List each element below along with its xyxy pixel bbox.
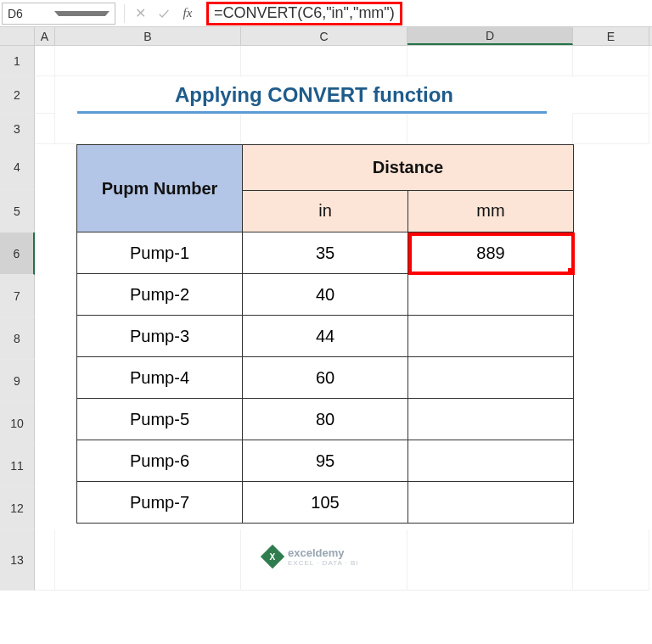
cell-mm[interactable] <box>408 399 574 440</box>
cell-A2[interactable] <box>35 76 55 114</box>
cell-pump[interactable]: Pump-1 <box>77 232 243 274</box>
cell-B13[interactable] <box>55 529 241 591</box>
sheet-title[interactable]: Applying CONVERT function <box>55 76 573 114</box>
cell-C3[interactable] <box>241 114 408 144</box>
cell-B3[interactable] <box>55 114 241 144</box>
fx-label: fx <box>183 6 193 20</box>
column-headers: A B C D E <box>0 27 652 46</box>
row-headers: 1 2 3 4 5 6 7 8 9 10 11 12 13 <box>0 46 35 591</box>
exceldemy-logo-icon: X <box>261 545 284 568</box>
cell-mm[interactable] <box>408 274 574 316</box>
cell-in[interactable]: 40 <box>243 274 408 316</box>
formula-input[interactable]: =CONVERT(C6,"in","mm") <box>200 2 652 25</box>
watermark-name: exceldemy <box>288 546 359 559</box>
column-header-E[interactable]: E <box>573 27 649 45</box>
header-pump-number[interactable]: Pupm Number <box>77 145 243 232</box>
spreadsheet-grid: 1 2 3 4 5 6 7 8 9 10 11 12 13 Applying C… <box>0 46 652 591</box>
table-row: Pump-4 60 <box>77 357 574 399</box>
cell-E13[interactable] <box>573 529 649 591</box>
row-header-12[interactable]: 12 <box>0 487 35 529</box>
cell-A3[interactable] <box>35 114 55 144</box>
cell-in[interactable]: 80 <box>243 399 408 440</box>
title-text: Applying CONVERT function <box>175 83 453 107</box>
cell-E3[interactable] <box>573 114 649 144</box>
data-table: Pupm Number Distance in mm Pump-1 35 <box>76 144 574 524</box>
cell-in[interactable]: 44 <box>243 316 408 357</box>
row-header-4[interactable]: 4 <box>0 144 35 190</box>
cell-pump[interactable]: Pump-7 <box>77 482 243 524</box>
row-header-5[interactable]: 5 <box>0 190 35 232</box>
row-header-3[interactable]: 3 <box>0 114 35 144</box>
column-header-A[interactable]: A <box>35 27 55 45</box>
cell-A13[interactable] <box>35 529 55 591</box>
row-header-1[interactable]: 1 <box>0 46 35 76</box>
row-header-11[interactable]: 11 <box>0 445 35 487</box>
cell-pump[interactable]: Pump-5 <box>77 399 243 440</box>
cell-D3[interactable] <box>408 114 573 144</box>
cells-area: Applying CONVERT function Pupm Number <box>35 46 652 591</box>
confirm-formula-button[interactable] <box>152 3 176 25</box>
column-header-C[interactable]: C <box>241 27 408 45</box>
row-header-2[interactable]: 2 <box>0 76 35 114</box>
select-all-corner[interactable] <box>0 27 35 45</box>
cell-E1[interactable] <box>573 46 649 76</box>
cell-in[interactable]: 35 <box>243 232 408 274</box>
cell-A1[interactable] <box>35 46 55 76</box>
cell-in[interactable]: 60 <box>243 357 408 399</box>
cell-pump[interactable]: Pump-6 <box>77 440 243 482</box>
cell-mm[interactable] <box>408 357 574 399</box>
cell-mm[interactable] <box>408 482 574 524</box>
cell-pump[interactable]: Pump-2 <box>77 274 243 316</box>
cell-mm-active[interactable]: 889 <box>408 232 574 274</box>
name-box[interactable]: D6 <box>2 3 115 25</box>
formula-text: =CONVERT(C6,"in","mm") <box>214 4 395 22</box>
cell-pump[interactable]: Pump-3 <box>77 316 243 357</box>
row-header-13[interactable]: 13 <box>0 529 35 591</box>
header-in[interactable]: in <box>243 190 408 232</box>
header-mm[interactable]: mm <box>408 190 574 232</box>
chevron-down-icon[interactable] <box>54 11 110 16</box>
cell-mm[interactable] <box>408 316 574 357</box>
formula-highlight: =CONVERT(C6,"in","mm") <box>206 2 402 25</box>
data-table-wrap: Pupm Number Distance in mm Pump-1 35 <box>76 144 574 524</box>
cell-B1[interactable] <box>55 46 241 76</box>
row-header-6[interactable]: 6 <box>0 232 35 275</box>
row-header-8[interactable]: 8 <box>0 317 35 360</box>
cell-mm[interactable] <box>408 440 574 482</box>
table-row: Pump-6 95 <box>77 440 574 482</box>
cell-E2[interactable] <box>573 76 649 114</box>
table-row: Pump-2 40 <box>77 274 574 316</box>
cell-C1[interactable] <box>241 46 408 76</box>
row-header-9[interactable]: 9 <box>0 360 35 402</box>
cell-D13[interactable] <box>408 529 573 591</box>
cell-in[interactable]: 105 <box>243 482 408 524</box>
cancel-formula-button[interactable]: ✕ <box>128 3 152 25</box>
insert-function-button[interactable]: fx <box>176 3 200 25</box>
watermark: X exceldemy EXCEL · DATA · BI <box>264 546 359 567</box>
table-row: Pump-3 44 <box>77 316 574 357</box>
row-header-7[interactable]: 7 <box>0 275 35 317</box>
name-box-value: D6 <box>8 7 54 20</box>
column-header-D[interactable]: D <box>408 27 573 45</box>
table-row: Pump-5 80 <box>77 399 574 440</box>
header-distance[interactable]: Distance <box>243 145 574 191</box>
column-header-B[interactable]: B <box>55 27 241 45</box>
watermark-tag: EXCEL · DATA · BI <box>288 559 359 567</box>
cell-in[interactable]: 95 <box>243 440 408 482</box>
formula-bar: D6 ✕ fx =CONVERT(C6,"in","mm") <box>0 0 652 27</box>
table-row: Pump-7 105 <box>77 482 574 524</box>
row-header-10[interactable]: 10 <box>0 402 35 445</box>
title-underline <box>77 111 547 114</box>
cell-pump[interactable]: Pump-4 <box>77 357 243 399</box>
table-row: Pump-1 35 889 <box>77 232 574 274</box>
cell-D1[interactable] <box>408 46 573 76</box>
separator <box>124 4 125 23</box>
